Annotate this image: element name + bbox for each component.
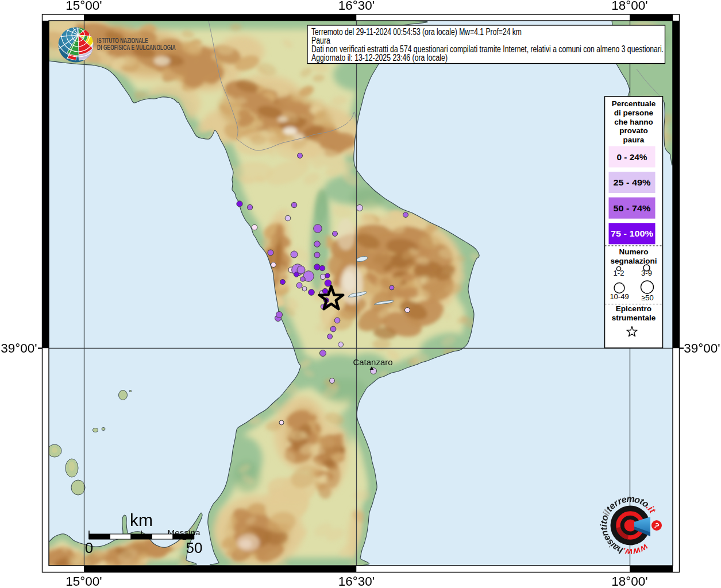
svg-text:0: 0 — [85, 539, 93, 556]
svg-text:paura: paura — [623, 136, 645, 144]
svg-text:3-9: 3-9 — [641, 269, 652, 277]
svg-text:≥50: ≥50 — [641, 293, 654, 302]
svg-text:50 - 74%: 50 - 74% — [614, 204, 651, 213]
svg-text:Aggiornato il: 13-12-2025 23:4: Aggiornato il: 13-12-2025 23:46 (ora loc… — [311, 53, 448, 63]
svg-text:che hanno: che hanno — [614, 118, 653, 126]
svg-text:16°30': 16°30' — [338, 574, 375, 588]
svg-text:25 - 49%: 25 - 49% — [614, 178, 651, 187]
svg-text:10-49: 10-49 — [610, 292, 629, 301]
svg-text:1-2: 1-2 — [614, 269, 624, 277]
svg-text:Terremoto del 29-11-2024 00:54: Terremoto del 29-11-2024 00:54:53 (ora l… — [311, 27, 522, 37]
svg-text:Numero: Numero — [619, 247, 648, 256]
svg-text:provato: provato — [619, 126, 648, 135]
svg-text:segnalazioni: segnalazioni — [610, 257, 657, 265]
svg-text:Catanzaro: Catanzaro — [353, 358, 393, 367]
svg-text:km: km — [130, 510, 153, 529]
svg-text:Percentuale: Percentuale — [612, 99, 656, 108]
svg-text:16°30': 16°30' — [338, 0, 375, 13]
svg-text:39°00': 39°00' — [1, 341, 37, 355]
svg-text:di persone: di persone — [614, 109, 654, 117]
svg-text:strumentale: strumentale — [612, 314, 656, 322]
svg-text:75 - 100%: 75 - 100% — [611, 229, 653, 238]
svg-text:DI GEOFISICA E VULCANOLOGIA: DI GEOFISICA E VULCANOLOGIA — [97, 44, 176, 52]
svg-text:0 - 24%: 0 - 24% — [617, 153, 647, 162]
svg-text:50: 50 — [186, 539, 203, 556]
svg-text:15°00': 15°00' — [65, 574, 102, 588]
svg-text:18°00': 18°00' — [611, 0, 647, 13]
svg-text:39°00': 39°00' — [684, 341, 720, 355]
svg-text:Epicentro: Epicentro — [616, 304, 651, 313]
svg-text:15°00': 15°00' — [65, 0, 102, 13]
svg-text:18°00': 18°00' — [611, 574, 647, 588]
